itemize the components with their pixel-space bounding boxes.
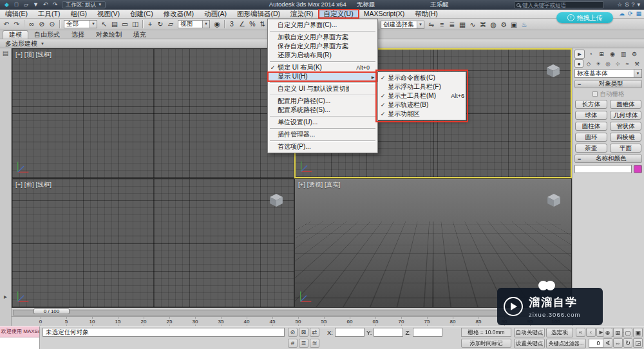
viewport-menu-shading[interactable]: [真实] xyxy=(325,181,340,189)
customize-menu-item[interactable]: 自定义用户界面(C)... xyxy=(268,21,377,30)
time-slider-handle[interactable]: 0 / 100 xyxy=(33,308,70,314)
zoom-all-icon[interactable]: ⊞ xyxy=(613,328,623,337)
selected-dropdown[interactable]: 选定项 xyxy=(546,328,573,337)
motion-tab-icon[interactable]: ◉ xyxy=(607,50,618,59)
add-time-tag-button[interactable]: 添加时间标记 xyxy=(461,339,511,348)
show-ui-submenu-item[interactable]: ✓显示轨迹栏(B) xyxy=(378,100,466,109)
object-type-button[interactable]: 几何球体 xyxy=(610,111,642,120)
keyboard-override-icon[interactable]: ≣ xyxy=(299,339,308,348)
object-color-swatch[interactable] xyxy=(634,165,642,173)
viewport-menu-shading[interactable]: [线框] xyxy=(36,181,52,189)
viewport-menu-view[interactable]: [顶] xyxy=(24,51,34,59)
viewport-menu-plus[interactable]: [+] xyxy=(15,51,23,59)
app-logo-icon[interactable]: ◆ xyxy=(3,1,11,8)
bind-to-spacewarp-icon[interactable]: ⊙ xyxy=(47,19,57,29)
systems-icon[interactable]: ⚒ xyxy=(632,59,641,68)
viewport-top[interactable]: [+] [顶] [线框] xyxy=(12,48,294,178)
menubar-item[interactable]: 自定义(U) xyxy=(319,10,359,18)
viewcube-icon[interactable] xyxy=(269,193,283,207)
coord-y-input[interactable] xyxy=(374,328,403,337)
show-ui-submenu-item[interactable]: ✓显示主工具栏(M)Alt+6 xyxy=(378,91,466,100)
viewport-menu-view[interactable]: [前] xyxy=(24,181,34,189)
object-type-button[interactable]: 圆锥体 xyxy=(610,100,642,109)
object-type-rollout[interactable]: − 对象类型 xyxy=(574,80,642,88)
customize-menu-item[interactable]: 加载自定义用户界面方案... xyxy=(268,33,377,42)
viewport-front[interactable]: [+] [前] [线框] xyxy=(12,178,294,308)
time-slider-track[interactable] xyxy=(13,310,571,316)
reference-coordsys-dropdown[interactable]: 视图 ▼ xyxy=(178,20,210,28)
select-scale-icon[interactable]: ▱ xyxy=(166,19,176,29)
select-and-link-icon[interactable]: ∞ xyxy=(26,19,37,29)
open-file-icon[interactable]: ▱ xyxy=(22,1,30,8)
chevron-down-icon[interactable]: ▾ xyxy=(637,1,640,8)
menubar-item[interactable]: 视图(V) xyxy=(92,10,125,18)
save-file-icon[interactable]: ▼ xyxy=(32,1,40,8)
maxscript-mini-listener[interactable]: 欢迎使用 MAXScr xyxy=(0,326,40,349)
object-type-button[interactable]: 球体 xyxy=(575,111,607,120)
maximize-viewport-icon[interactable]: ◲ xyxy=(633,338,643,348)
orbit-icon[interactable]: ↻ xyxy=(623,338,633,348)
show-ui-submenu-item[interactable]: ✓显示命令面板(C) xyxy=(378,73,466,82)
spacewarps-icon[interactable]: ≈ xyxy=(623,59,632,68)
modify-tab-icon[interactable]: ◔ xyxy=(585,50,596,59)
signin-icon[interactable]: S xyxy=(625,1,629,8)
help-icon[interactable]: ? xyxy=(631,1,634,8)
mirror-icon[interactable]: ⇋ xyxy=(426,20,437,30)
autogrid-checkbox[interactable]: 自动栅格 xyxy=(574,90,642,98)
field-of-view-icon[interactable]: ∢ xyxy=(603,338,612,348)
select-move-icon[interactable]: + xyxy=(145,19,155,29)
menubar-item[interactable]: 工具(T) xyxy=(33,10,65,18)
utilities-tab-icon[interactable]: ⚙ xyxy=(629,50,639,59)
object-type-button[interactable]: 茶壶 xyxy=(575,144,607,153)
zoom-icon[interactable]: ⊕ xyxy=(603,328,612,337)
show-ui-submenu-item[interactable]: ✓显示功能区 xyxy=(378,109,466,118)
menubar-item[interactable]: 编辑(E) xyxy=(0,10,33,18)
coord-z-input[interactable] xyxy=(413,328,442,337)
render-production-icon[interactable]: ♨ xyxy=(519,20,529,30)
viewport-menu-view[interactable]: [透视] xyxy=(307,181,323,189)
material-editor-icon[interactable]: ◍ xyxy=(488,20,498,30)
curve-editor-icon[interactable]: ∿ xyxy=(468,20,478,30)
zoom-extents-all-icon[interactable]: ▣ xyxy=(633,328,643,337)
undo-icon[interactable]: ↶ xyxy=(1,19,12,29)
display-tab-icon[interactable]: ▥ xyxy=(618,50,629,59)
customize-menu-item[interactable]: 配置系统路径(S)... xyxy=(268,106,377,115)
previous-frame-icon[interactable]: ‹ xyxy=(586,328,596,337)
selection-filter-dropdown[interactable]: 全部 ▼ xyxy=(64,20,97,28)
viewcube-icon[interactable] xyxy=(546,64,560,78)
redo-icon[interactable]: ↷ xyxy=(12,19,22,29)
viewport-menu-plus[interactable]: [+] xyxy=(298,181,305,189)
absolute-mode-icon[interactable]: ⇄ xyxy=(310,328,319,337)
undo-icon[interactable]: ↶ xyxy=(41,1,50,8)
object-type-button[interactable]: 圆柱体 xyxy=(575,122,607,131)
ribbon-tab[interactable]: 建模 xyxy=(3,30,28,39)
open-explorer-arrow-icon[interactable]: ▸ xyxy=(1,293,10,300)
customize-menu-item[interactable]: 显示 UI(H)▶ xyxy=(268,72,377,81)
customize-menu-item[interactable]: 插件管理器... xyxy=(268,130,377,139)
schematic-view-icon[interactable]: ⌘ xyxy=(478,20,488,30)
object-name-input[interactable] xyxy=(574,165,632,173)
viewport-menu-shading[interactable]: [线框] xyxy=(36,51,52,59)
object-type-button[interactable]: 长方体 xyxy=(575,100,607,109)
render-setup-icon[interactable]: ⚙ xyxy=(498,20,509,30)
ribbon-tab[interactable]: 自由形式 xyxy=(28,30,66,39)
angle-snap-icon[interactable]: ∠ xyxy=(237,19,247,29)
star-icon[interactable]: ☆ xyxy=(617,1,622,8)
auto-key-button[interactable]: 自动关键点 xyxy=(514,328,545,337)
object-type-button[interactable]: 平面 xyxy=(610,144,642,153)
snaps-toggle-icon[interactable]: 3 xyxy=(227,19,237,29)
new-scene-icon[interactable]: □ xyxy=(12,1,21,8)
ribbon-tab[interactable]: 选择 xyxy=(66,30,90,39)
menubar-item[interactable]: 创建(C) xyxy=(125,10,158,18)
sync-icon[interactable]: ⟳ xyxy=(628,10,633,17)
isolate-selection-icon[interactable]: ⊘ xyxy=(288,328,298,337)
search-box[interactable] xyxy=(514,1,604,8)
customize-menu-item[interactable]: ✓锁定 UI 布局(K)Alt+0 xyxy=(268,63,377,72)
cameras-icon[interactable]: ◎ xyxy=(603,59,612,68)
go-to-start-icon[interactable]: « xyxy=(576,328,585,337)
listener-white-line[interactable] xyxy=(0,337,39,349)
named-selection-combo[interactable]: 创建选择集 ▼ xyxy=(381,21,424,29)
graphite-ribbon-icon[interactable]: ▦ xyxy=(457,20,468,30)
object-type-button[interactable]: 管状体 xyxy=(610,122,642,131)
viewport-layout-tab-icon[interactable]: ▤ xyxy=(1,50,10,57)
